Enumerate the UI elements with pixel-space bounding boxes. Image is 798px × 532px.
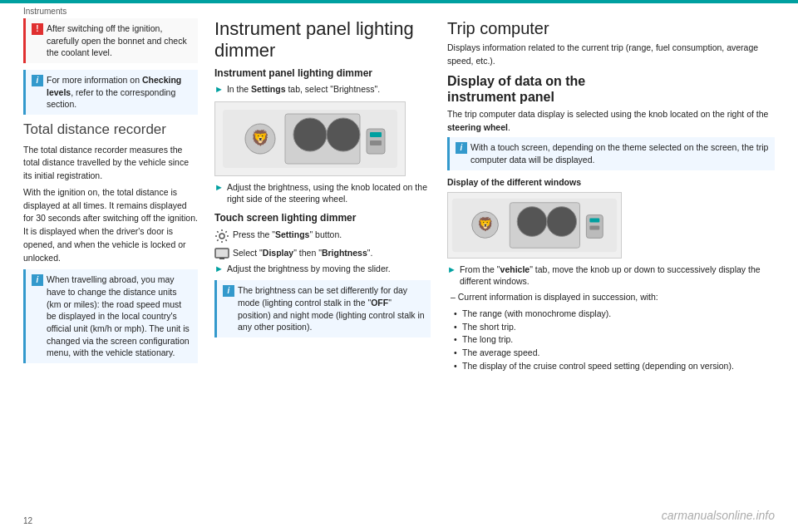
- info-icon: i: [32, 75, 43, 86]
- info-box-checking: i For more information on Checking level…: [23, 70, 198, 115]
- gear-icon: [214, 229, 229, 244]
- mid-step1-text: In the Settings tab, select "Brightness"…: [227, 83, 380, 96]
- svg-rect-7: [370, 132, 382, 137]
- info-icon-travel: i: [32, 274, 43, 286]
- mid-subsection2-title: Touch screen lighting dimmer: [214, 212, 431, 225]
- mid-step1: ► In the Settings tab, select "Brightnes…: [214, 83, 431, 96]
- mid-section-title: Instrument panel lighting dimmer: [214, 18, 431, 62]
- total-distance-title: Total distance recorder: [23, 121, 198, 138]
- list-item: The range (with monochrome display).: [454, 308, 775, 321]
- page-header: Instruments: [23, 7, 66, 16]
- svg-point-9: [219, 234, 224, 239]
- mid-column: Instrument panel lighting dimmer Instrum…: [214, 18, 431, 512]
- brightness-info-text: The brightness can be set differently fo…: [238, 284, 425, 333]
- windows-title: Display of the different windows: [447, 177, 775, 187]
- right-intro: Displays information related to the curr…: [447, 42, 775, 68]
- total-distance-para2: With the ignition on, the total distance…: [23, 186, 198, 265]
- mid-step4: Select "Display" then "Brightness".: [214, 247, 431, 259]
- mid-step2-text: Adjust the brightness, using the knob lo…: [227, 181, 431, 205]
- watermark: carmanualsonline.info: [662, 509, 775, 522]
- right-step1: ► From the "vehicle" tab, move the knob …: [447, 264, 775, 288]
- mid-step5-text: Adjust the brightness by moving the slid…: [227, 263, 391, 275]
- svg-point-4: [293, 118, 327, 151]
- touch-info-text: With a touch screen, depending on the th…: [470, 141, 769, 165]
- right-section-title: Trip computer: [447, 18, 775, 38]
- svg-rect-19: [589, 218, 599, 222]
- monitor-icon: [214, 248, 229, 259]
- info-icon-brightness: i: [223, 285, 234, 297]
- svg-point-5: [327, 118, 360, 151]
- content-area: ! After switching off the ignition, care…: [23, 18, 775, 512]
- dashboard-illustration-2: 🦁: [447, 192, 622, 259]
- info-text-checking: For more information on Checking levels,…: [47, 74, 192, 111]
- display-text: The trip computer data display is select…: [447, 108, 775, 135]
- list-item: The short trip.: [454, 321, 775, 334]
- list-item: The display of the cruise control speed …: [454, 360, 775, 373]
- svg-rect-8: [370, 140, 382, 145]
- svg-rect-11: [219, 258, 224, 259]
- arrow-icon-right1: ►: [447, 264, 456, 276]
- display-data-title: Display of data on theinstrument panel: [447, 73, 775, 105]
- mid-step3-text: Press the "Settings" button.: [233, 229, 342, 241]
- mid-step5: ► Adjust the brightness by moving the sl…: [214, 263, 431, 275]
- bullet-list: The range (with monochrome display). The…: [454, 308, 775, 373]
- top-bar: [0, 0, 798, 3]
- travel-info-text: When travelling abroad, you may have to …: [47, 273, 192, 359]
- right-step1-text: From the "vehicle" tab, move the knob up…: [460, 264, 775, 288]
- dashboard-illustration-1: 🦁: [214, 101, 406, 176]
- page-number: 12: [23, 516, 32, 525]
- svg-text:🦁: 🦁: [477, 216, 494, 232]
- left-column: ! After switching off the ignition, care…: [23, 18, 198, 512]
- svg-text:🦁: 🦁: [251, 129, 270, 147]
- mid-step3: Press the "Settings" button.: [214, 229, 431, 244]
- arrow-icon-1: ►: [214, 83, 224, 96]
- list-item: The average speed.: [454, 347, 775, 360]
- svg-rect-20: [589, 225, 599, 229]
- dashboard-svg-1: 🦁: [219, 106, 401, 172]
- list-item: The long trip.: [454, 333, 775, 347]
- svg-point-16: [517, 206, 547, 236]
- info-box-brightness: i The brightness can be set differently …: [214, 280, 431, 337]
- right-column: Trip computer Displays information relat…: [447, 18, 775, 512]
- dash-text: – Current information is displayed in su…: [451, 291, 775, 304]
- mid-step4-text: Select "Display" then "Brightness".: [233, 247, 372, 259]
- warning-text: After switching off the ignition, carefu…: [47, 22, 192, 59]
- dashboard-svg-2: 🦁: [448, 192, 621, 259]
- arrow-icon-5: ►: [214, 263, 224, 275]
- svg-point-17: [547, 206, 577, 236]
- total-distance-para1: The total distance recorder measures the…: [23, 144, 198, 183]
- svg-rect-10: [215, 249, 229, 258]
- info-box-touch: i With a touch screen, depending on the …: [447, 137, 775, 170]
- warning-box: ! After switching off the ignition, care…: [23, 18, 198, 63]
- mid-subsection-title: Instrument panel lighting dimmer: [214, 67, 431, 81]
- exclamation-icon: !: [32, 23, 43, 35]
- info-icon-touch: i: [456, 142, 467, 154]
- info-box-travel: i When travelling abroad, you may have t…: [23, 269, 198, 363]
- mid-step2: ► Adjust the brightness, using the knob …: [214, 181, 431, 205]
- arrow-icon-2: ►: [214, 181, 224, 194]
